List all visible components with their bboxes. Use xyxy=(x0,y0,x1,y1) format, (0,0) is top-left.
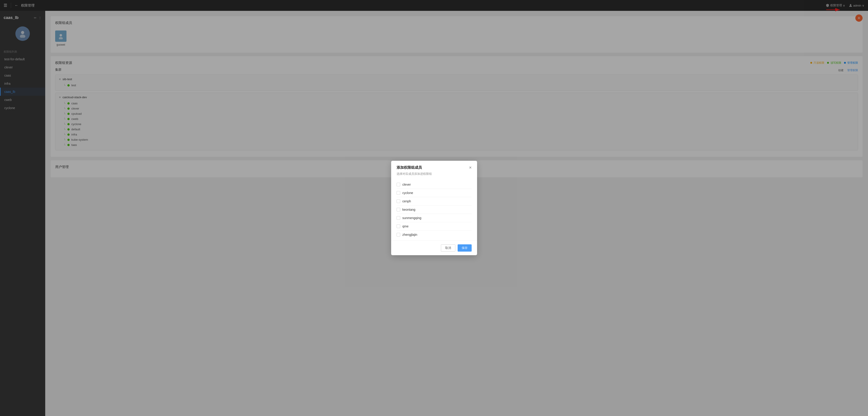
checkbox-cyclone[interactable] xyxy=(397,191,400,195)
modal-header: 添加权限组成员 × xyxy=(391,161,477,172)
save-button[interactable]: 保存 xyxy=(458,244,472,252)
modal-user-item-keontang[interactable]: keontang xyxy=(397,206,472,214)
user-label-keontang: keontang xyxy=(402,208,415,211)
modal-title: 添加权限组成员 xyxy=(397,165,422,170)
checkbox-zhengjlajin[interactable] xyxy=(397,233,400,237)
modal-user-item-cenph[interactable]: cenph xyxy=(397,197,472,206)
modal-close-button[interactable]: × xyxy=(469,165,472,170)
user-label-sunmengqing: sunmengqing xyxy=(402,216,422,220)
checkbox-sunmengqing[interactable] xyxy=(397,216,400,220)
modal-overlay: 添加权限组成员 × 选择对应成员添加进权限组 clever cyclone ce… xyxy=(0,0,868,416)
cancel-button[interactable]: 取消 xyxy=(441,244,455,252)
modal-user-item-zhengjlajin[interactable]: zhengjlajin xyxy=(397,231,472,239)
modal-user-item-clever[interactable]: clever xyxy=(397,180,472,189)
user-label-zhengjlajin: zhengjlajin xyxy=(402,233,417,237)
checkbox-cenph[interactable] xyxy=(397,200,400,203)
modal-body: clever cyclone cenph keontang sunmengqin… xyxy=(391,179,477,241)
checkbox-keontang[interactable] xyxy=(397,208,400,211)
modal-subtitle: 选择对应成员添加进权限组 xyxy=(391,172,477,179)
user-label-cyclone: cyclone xyxy=(402,191,413,195)
modal-user-item-cyclone[interactable]: cyclone xyxy=(397,189,472,197)
checkbox-qme[interactable] xyxy=(397,224,400,228)
user-label-clever: clever xyxy=(402,183,411,186)
user-label-qme: qme xyxy=(402,224,409,228)
modal-user-item-sunmengqing[interactable]: sunmengqing xyxy=(397,214,472,222)
add-member-modal: 添加权限组成员 × 选择对应成员添加进权限组 clever cyclone ce… xyxy=(391,161,477,255)
modal-footer: 取消 保存 xyxy=(391,241,477,255)
modal-user-item-qme[interactable]: qme xyxy=(397,222,472,231)
checkbox-clever[interactable] xyxy=(397,183,400,186)
user-label-cenph: cenph xyxy=(402,200,411,203)
